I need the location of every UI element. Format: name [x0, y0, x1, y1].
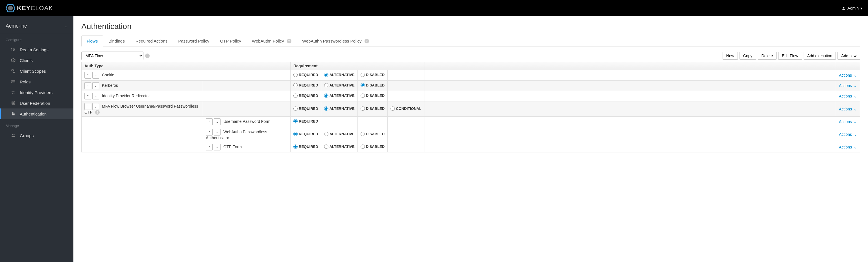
svg-marker-1	[8, 6, 13, 10]
chevron-down-icon: ⌄	[854, 107, 857, 111]
add-flow-button[interactable]: Add flow	[837, 52, 860, 60]
col-auth-type: Auth Type	[82, 62, 290, 70]
requirement-alternative[interactable]: ALTERNATIVE	[324, 93, 355, 98]
move-down-button[interactable]: ⌄	[92, 103, 99, 110]
row-actions-menu[interactable]: Actions⌄	[839, 145, 857, 149]
auth-tabs: Flows Bindings Required Actions Password…	[81, 36, 860, 46]
requirement-alternative[interactable]: ALTERNATIVE	[324, 107, 355, 111]
sidebar-item-label: Authentication	[20, 112, 46, 116]
move-up-button[interactable]: ⌃	[85, 93, 91, 100]
sidebar-item-identity-providers[interactable]: Identity Providers	[0, 87, 73, 98]
move-up-button[interactable]: ⌃	[206, 144, 213, 150]
move-up-button[interactable]: ⌃	[206, 118, 213, 125]
help-icon[interactable]: ?	[287, 39, 291, 43]
table-row: ⌃⌄MFA Flow Browser Username/Password Pas…	[82, 102, 860, 117]
requirement-alternative[interactable]: ALTERNATIVE	[324, 73, 355, 77]
sidebar-item-realm-settings[interactable]: Realm Settings	[0, 44, 73, 55]
col-blank	[425, 62, 836, 70]
copy-button[interactable]: Copy	[740, 52, 756, 60]
new-button[interactable]: New	[722, 52, 738, 60]
sidebar-item-groups[interactable]: Groups	[0, 130, 73, 141]
tab-flows[interactable]: Flows	[81, 36, 103, 46]
chevron-down-icon: ⌄	[854, 145, 857, 149]
requirement-disabled[interactable]: DISABLED	[361, 145, 384, 149]
move-up-button[interactable]: ⌃	[85, 103, 91, 110]
chevron-down-icon: ⌄	[64, 24, 68, 29]
brand-logo[interactable]: KEYCLOAK	[6, 4, 53, 12]
flow-select[interactable]: MFA Flow	[81, 51, 144, 60]
help-icon[interactable]: ?	[365, 39, 369, 43]
row-actions-menu[interactable]: Actions⌄	[839, 73, 857, 77]
svg-point-14	[13, 71, 15, 73]
sidebar-item-label: Identity Providers	[20, 90, 53, 95]
requirement-required[interactable]: REQUIRED	[293, 83, 318, 87]
requirement-required[interactable]: REQUIRED	[293, 119, 318, 123]
col-requirement: Requirement	[290, 62, 425, 70]
help-icon[interactable]: ?	[95, 110, 100, 115]
row-actions-menu[interactable]: Actions⌄	[839, 132, 857, 137]
chevron-down-icon: ⌄	[854, 73, 857, 77]
move-down-button[interactable]: ⌄	[214, 144, 220, 150]
tab-required-actions[interactable]: Required Actions	[130, 36, 173, 46]
flow-toolbar: MFA Flow ? New Copy Delete Edit Flow Add…	[81, 51, 860, 60]
section-manage: Manage	[0, 119, 73, 130]
sidebar-item-authentication[interactable]: Authentication	[0, 108, 73, 119]
tab-webauthn-policy[interactable]: WebAuthn Policy?	[247, 36, 297, 46]
row-actions-menu[interactable]: Actions⌄	[839, 94, 857, 98]
roles-icon	[11, 79, 16, 84]
help-icon[interactable]: ?	[145, 53, 150, 58]
delete-button[interactable]: Delete	[758, 52, 776, 60]
requirement-required[interactable]: REQUIRED	[293, 107, 318, 111]
row-actions-menu[interactable]: Actions⌄	[839, 119, 857, 124]
realm-selector[interactable]: Acme-inc ⌄	[0, 19, 73, 33]
auth-type-name: MFA Flow Browser Username/Password Passw…	[85, 104, 198, 115]
sliders-icon	[11, 47, 16, 52]
requirement-conditional[interactable]: CONDITIONAL	[391, 107, 421, 111]
table-row: ⌃⌄WebAuthn Passwordless AuthenticatorREQ…	[82, 127, 860, 142]
row-actions-menu[interactable]: Actions⌄	[839, 83, 857, 88]
table-row: ⌃⌄KerberosREQUIREDALTERNATIVEDISABLEDAct…	[82, 81, 860, 91]
sidebar-item-roles[interactable]: Roles	[0, 76, 73, 87]
tab-bindings[interactable]: Bindings	[103, 36, 130, 46]
sidebar-item-label: Roles	[20, 79, 31, 84]
requirement-alternative[interactable]: ALTERNATIVE	[324, 83, 355, 87]
requirement-required[interactable]: REQUIRED	[293, 73, 318, 77]
move-down-button[interactable]: ⌄	[92, 82, 99, 89]
move-up-button[interactable]: ⌃	[85, 82, 91, 89]
requirement-alternative[interactable]: ALTERNATIVE	[324, 132, 355, 136]
move-down-button[interactable]: ⌄	[92, 72, 99, 79]
requirement-disabled[interactable]: DISABLED	[361, 83, 384, 87]
requirement-disabled[interactable]: DISABLED	[361, 73, 384, 77]
requirement-disabled[interactable]: DISABLED	[361, 93, 384, 98]
requirement-disabled[interactable]: DISABLED	[361, 132, 384, 136]
user-icon	[842, 6, 846, 10]
sidebar-item-user-federation[interactable]: User Federation	[0, 98, 73, 108]
move-down-button[interactable]: ⌄	[214, 118, 220, 125]
requirement-alternative[interactable]: ALTERNATIVE	[324, 145, 355, 149]
requirement-required[interactable]: REQUIRED	[293, 132, 318, 136]
tab-password-policy[interactable]: Password Policy	[173, 36, 215, 46]
row-actions-menu[interactable]: Actions⌄	[839, 107, 857, 111]
move-down-button[interactable]: ⌄	[214, 129, 220, 136]
edit-flow-button[interactable]: Edit Flow	[778, 52, 802, 60]
move-up-button[interactable]: ⌃	[85, 72, 91, 79]
sidebar-item-label: Client Scopes	[20, 69, 46, 74]
sidebar-item-clients[interactable]: Clients	[0, 55, 73, 66]
move-down-button[interactable]: ⌄	[92, 93, 99, 100]
col-actions	[836, 62, 860, 70]
tab-webauthn-passwordless[interactable]: WebAuthn Passwordless Policy?	[297, 36, 374, 46]
main-content: Authentication Flows Bindings Required A…	[73, 16, 868, 262]
scopes-icon	[11, 69, 16, 74]
add-execution-button[interactable]: Add execution	[804, 52, 836, 60]
user-menu[interactable]: Admin ▾	[836, 0, 862, 16]
table-row: ⌃⌄CookieREQUIREDALTERNATIVEDISABLEDActio…	[82, 70, 860, 81]
move-up-button[interactable]: ⌃	[206, 129, 213, 136]
tab-otp-policy[interactable]: OTP Policy	[215, 36, 247, 46]
chevron-down-icon: ⌄	[854, 83, 857, 88]
sidebar-item-client-scopes[interactable]: Client Scopes	[0, 66, 73, 76]
sidebar-item-label: Groups	[20, 133, 34, 138]
requirement-required[interactable]: REQUIRED	[293, 145, 318, 149]
requirement-disabled[interactable]: DISABLED	[361, 107, 384, 111]
auth-flow-table: Auth Type Requirement ⌃⌄CookieREQUIREDAL…	[81, 62, 860, 152]
requirement-required[interactable]: REQUIRED	[293, 93, 318, 98]
